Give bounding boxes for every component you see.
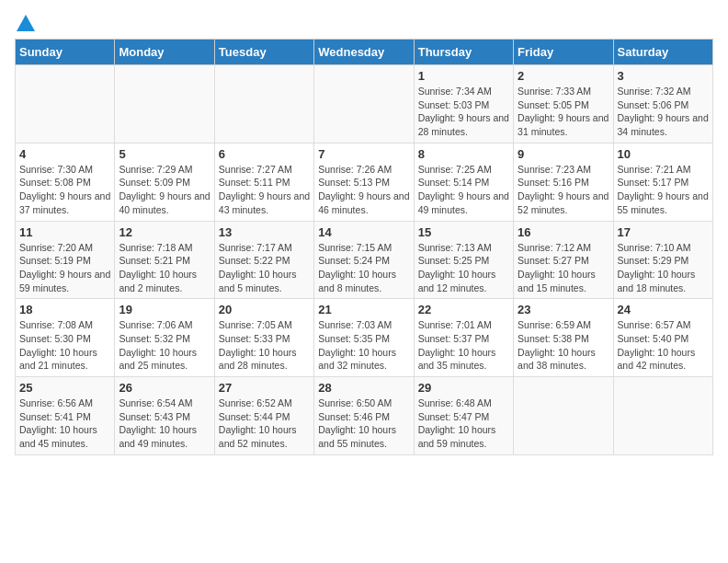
calendar-cell: 8Sunrise: 7:25 AM Sunset: 5:14 PM Daylig… xyxy=(414,143,513,221)
day-info: Sunrise: 7:27 AM Sunset: 5:11 PM Dayligh… xyxy=(219,163,310,217)
day-number: 2 xyxy=(518,69,609,83)
day-info: Sunrise: 7:26 AM Sunset: 5:13 PM Dayligh… xyxy=(318,163,409,217)
day-info: Sunrise: 7:25 AM Sunset: 5:14 PM Dayligh… xyxy=(418,163,509,217)
calendar-cell: 10Sunrise: 7:21 AM Sunset: 5:17 PM Dayli… xyxy=(613,143,712,221)
day-info: Sunrise: 7:06 AM Sunset: 5:32 PM Dayligh… xyxy=(119,318,210,373)
calendar-cell xyxy=(514,377,613,455)
column-header-thursday: Thursday xyxy=(414,40,513,65)
calendar-row-0: 1Sunrise: 7:34 AM Sunset: 5:03 PM Daylig… xyxy=(16,65,713,144)
day-info: Sunrise: 7:15 AM Sunset: 5:24 PM Dayligh… xyxy=(318,241,409,295)
calendar-cell: 18Sunrise: 7:08 AM Sunset: 5:30 PM Dayli… xyxy=(16,299,115,377)
header xyxy=(15,15,713,29)
day-number: 3 xyxy=(618,69,709,83)
calendar-cell xyxy=(314,65,414,144)
day-number: 19 xyxy=(119,303,210,316)
column-header-wednesday: Wednesday xyxy=(314,40,414,65)
day-info: Sunrise: 6:52 AM Sunset: 5:44 PM Dayligh… xyxy=(219,396,310,451)
calendar-cell: 6Sunrise: 7:27 AM Sunset: 5:11 PM Daylig… xyxy=(214,143,313,221)
calendar-cell xyxy=(16,65,115,144)
day-info: Sunrise: 7:32 AM Sunset: 5:06 PM Dayligh… xyxy=(618,85,709,139)
day-info: Sunrise: 7:20 AM Sunset: 5:19 PM Dayligh… xyxy=(19,241,110,295)
calendar-cell: 1Sunrise: 7:34 AM Sunset: 5:03 PM Daylig… xyxy=(414,65,513,144)
calendar-row-4: 25Sunrise: 6:56 AM Sunset: 5:41 PM Dayli… xyxy=(16,377,713,455)
calendar-cell: 26Sunrise: 6:54 AM Sunset: 5:43 PM Dayli… xyxy=(115,377,214,455)
calendar-row-1: 4Sunrise: 7:30 AM Sunset: 5:08 PM Daylig… xyxy=(16,143,713,221)
day-number: 15 xyxy=(418,225,509,239)
day-number: 13 xyxy=(219,225,310,239)
day-number: 12 xyxy=(119,225,210,239)
day-info: Sunrise: 7:33 AM Sunset: 5:05 PM Dayligh… xyxy=(518,85,609,139)
day-info: Sunrise: 7:29 AM Sunset: 5:09 PM Dayligh… xyxy=(119,163,210,217)
calendar-cell: 12Sunrise: 7:18 AM Sunset: 5:21 PM Dayli… xyxy=(115,221,214,299)
calendar-cell: 15Sunrise: 7:13 AM Sunset: 5:25 PM Dayli… xyxy=(414,221,513,299)
day-info: Sunrise: 7:01 AM Sunset: 5:37 PM Dayligh… xyxy=(418,318,509,373)
day-info: Sunrise: 7:13 AM Sunset: 5:25 PM Dayligh… xyxy=(418,241,509,295)
calendar-cell: 23Sunrise: 6:59 AM Sunset: 5:38 PM Dayli… xyxy=(514,299,613,377)
day-number: 17 xyxy=(618,225,709,239)
day-number: 21 xyxy=(318,303,409,316)
day-info: Sunrise: 6:48 AM Sunset: 5:47 PM Dayligh… xyxy=(418,396,509,451)
day-number: 24 xyxy=(618,303,709,316)
calendar-cell xyxy=(115,65,214,144)
calendar-cell: 20Sunrise: 7:05 AM Sunset: 5:33 PM Dayli… xyxy=(214,299,313,377)
calendar-cell: 22Sunrise: 7:01 AM Sunset: 5:37 PM Dayli… xyxy=(414,299,513,377)
calendar-cell: 14Sunrise: 7:15 AM Sunset: 5:24 PM Dayli… xyxy=(314,221,414,299)
calendar-table: SundayMondayTuesdayWednesdayThursdayFrid… xyxy=(15,39,713,455)
day-number: 23 xyxy=(518,303,609,316)
calendar-cell: 17Sunrise: 7:10 AM Sunset: 5:29 PM Dayli… xyxy=(613,221,712,299)
day-number: 27 xyxy=(219,381,310,395)
day-info: Sunrise: 6:56 AM Sunset: 5:41 PM Dayligh… xyxy=(19,396,110,451)
day-number: 29 xyxy=(418,381,509,395)
day-info: Sunrise: 7:18 AM Sunset: 5:21 PM Dayligh… xyxy=(119,241,210,295)
logo-triangle-icon xyxy=(17,15,35,31)
calendar-cell: 5Sunrise: 7:29 AM Sunset: 5:09 PM Daylig… xyxy=(115,143,214,221)
column-header-sunday: Sunday xyxy=(16,40,115,65)
column-header-saturday: Saturday xyxy=(613,40,712,65)
day-number: 20 xyxy=(219,303,310,316)
day-number: 9 xyxy=(518,147,609,161)
day-number: 25 xyxy=(19,381,110,395)
day-info: Sunrise: 7:10 AM Sunset: 5:29 PM Dayligh… xyxy=(618,241,709,295)
day-info: Sunrise: 6:59 AM Sunset: 5:38 PM Dayligh… xyxy=(518,318,609,373)
day-info: Sunrise: 7:34 AM Sunset: 5:03 PM Dayligh… xyxy=(418,85,509,139)
calendar-row-2: 11Sunrise: 7:20 AM Sunset: 5:19 PM Dayli… xyxy=(16,221,713,299)
day-info: Sunrise: 6:50 AM Sunset: 5:46 PM Dayligh… xyxy=(318,396,409,451)
day-number: 4 xyxy=(19,147,110,161)
calendar-cell: 21Sunrise: 7:03 AM Sunset: 5:35 PM Dayli… xyxy=(314,299,414,377)
calendar-cell: 16Sunrise: 7:12 AM Sunset: 5:27 PM Dayli… xyxy=(514,221,613,299)
day-number: 10 xyxy=(618,147,709,161)
day-info: Sunrise: 7:17 AM Sunset: 5:22 PM Dayligh… xyxy=(219,241,310,295)
day-number: 26 xyxy=(119,381,210,395)
calendar-cell: 27Sunrise: 6:52 AM Sunset: 5:44 PM Dayli… xyxy=(214,377,313,455)
column-header-monday: Monday xyxy=(115,40,214,65)
logo xyxy=(15,15,35,29)
day-info: Sunrise: 7:21 AM Sunset: 5:17 PM Dayligh… xyxy=(618,163,709,217)
day-number: 18 xyxy=(19,303,110,316)
day-number: 7 xyxy=(318,147,409,161)
day-number: 28 xyxy=(318,381,409,395)
calendar-header-row: SundayMondayTuesdayWednesdayThursdayFrid… xyxy=(16,40,713,65)
day-number: 16 xyxy=(518,225,609,239)
day-info: Sunrise: 7:08 AM Sunset: 5:30 PM Dayligh… xyxy=(19,318,110,373)
calendar-cell: 29Sunrise: 6:48 AM Sunset: 5:47 PM Dayli… xyxy=(414,377,513,455)
calendar-cell: 13Sunrise: 7:17 AM Sunset: 5:22 PM Dayli… xyxy=(214,221,313,299)
calendar-row-3: 18Sunrise: 7:08 AM Sunset: 5:30 PM Dayli… xyxy=(16,299,713,377)
calendar-cell: 25Sunrise: 6:56 AM Sunset: 5:41 PM Dayli… xyxy=(16,377,115,455)
calendar-cell: 11Sunrise: 7:20 AM Sunset: 5:19 PM Dayli… xyxy=(16,221,115,299)
calendar-cell xyxy=(214,65,313,144)
day-info: Sunrise: 6:54 AM Sunset: 5:43 PM Dayligh… xyxy=(119,396,210,451)
calendar-cell: 9Sunrise: 7:23 AM Sunset: 5:16 PM Daylig… xyxy=(514,143,613,221)
day-number: 1 xyxy=(418,69,509,83)
day-number: 8 xyxy=(418,147,509,161)
column-header-friday: Friday xyxy=(514,40,613,65)
calendar-cell: 4Sunrise: 7:30 AM Sunset: 5:08 PM Daylig… xyxy=(16,143,115,221)
calendar-cell xyxy=(613,377,712,455)
day-number: 11 xyxy=(19,225,110,239)
day-info: Sunrise: 7:05 AM Sunset: 5:33 PM Dayligh… xyxy=(219,318,310,373)
day-number: 14 xyxy=(318,225,409,239)
day-info: Sunrise: 7:30 AM Sunset: 5:08 PM Dayligh… xyxy=(19,163,110,217)
day-info: Sunrise: 7:03 AM Sunset: 5:35 PM Dayligh… xyxy=(318,318,409,373)
calendar-cell: 7Sunrise: 7:26 AM Sunset: 5:13 PM Daylig… xyxy=(314,143,414,221)
day-info: Sunrise: 7:12 AM Sunset: 5:27 PM Dayligh… xyxy=(518,241,609,295)
calendar-cell: 3Sunrise: 7:32 AM Sunset: 5:06 PM Daylig… xyxy=(613,65,712,144)
